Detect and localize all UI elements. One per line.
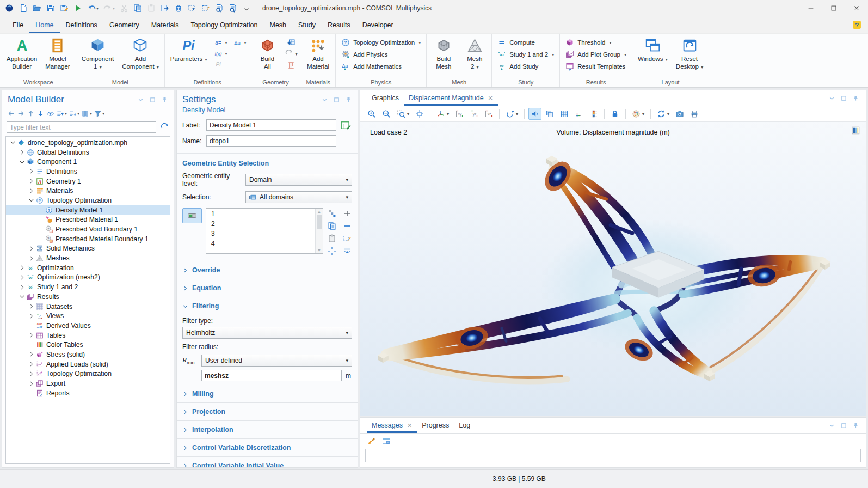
domain-list-item[interactable]: 1 — [206, 210, 315, 219]
mail-table-button[interactable] — [381, 436, 391, 446]
pin-panel-icon[interactable] — [161, 96, 168, 103]
graphics-tab-graphics[interactable]: Graphics — [367, 91, 404, 106]
menu-tab-geometry[interactable]: Geometry — [103, 17, 145, 33]
rebuild-button[interactable]: ▾ — [285, 50, 297, 58]
maximize-button[interactable] — [822, 0, 845, 16]
threshold-button[interactable]: Threshold▾ — [563, 37, 629, 48]
section-interpolation[interactable]: Interpolation — [177, 420, 358, 438]
model-manager-button[interactable]: ModelManager — [41, 35, 73, 79]
pin-panel-icon[interactable] — [852, 422, 859, 429]
sel-new-button[interactable] — [327, 209, 337, 218]
add-material-button[interactable]: AddMaterial — [303, 35, 334, 79]
new-file-button[interactable] — [17, 2, 30, 15]
domain-list-item[interactable]: 2 — [206, 219, 315, 229]
menu-tab-mesh[interactable]: Mesh — [263, 17, 292, 33]
tree-collapse-icon[interactable] — [9, 139, 16, 146]
menu-tab-home[interactable]: Home — [29, 17, 59, 33]
tree-item-geometry-1[interactable]: AGeometry 1 — [6, 176, 170, 186]
undo-button[interactable]: ▾ — [85, 2, 101, 15]
menu-tab-definitions[interactable]: Definitions — [60, 17, 103, 33]
study-1-and-2-button[interactable]: ∞Study 1 and 2▾ — [495, 49, 557, 60]
add-plot-group-button[interactable]: Add Plot Group▾ — [563, 49, 629, 60]
tree-collapse-icon[interactable] — [19, 158, 26, 166]
section-milling[interactable]: Milling — [177, 385, 358, 402]
tree-item-prescribed-material-1[interactable]: Prescribed Material 1 — [6, 215, 170, 225]
tree-item-meshes[interactable]: Meshes — [6, 253, 170, 263]
section-control-variable-discretization[interactable]: Control Variable Discretization — [177, 438, 358, 456]
goto-view-button[interactable]: ▾ — [434, 108, 451, 120]
tree-expand-icon[interactable] — [28, 178, 35, 185]
tree-expand-icon[interactable] — [28, 168, 35, 175]
tree-item-topology-optimization[interactable]: ?Topology Optimization — [6, 196, 170, 205]
nav-back-button[interactable] — [7, 109, 16, 118]
float-panel-icon[interactable] — [149, 96, 156, 103]
build-all-button[interactable]: BuildAll — [252, 35, 282, 79]
minimize-button[interactable] — [799, 0, 822, 16]
section-filtering[interactable]: Filtering — [177, 297, 358, 315]
sel-remove-button[interactable] — [342, 222, 352, 230]
float-panel-icon[interactable] — [840, 422, 847, 429]
tree-item-tables[interactable]: Tables — [6, 331, 170, 340]
refresh-icon[interactable] — [160, 123, 169, 132]
add-study-button[interactable]: ∞Add Study — [495, 61, 557, 72]
tree-item-materials[interactable]: Materials — [6, 186, 170, 196]
collapse-all-button[interactable]: ▾ — [56, 109, 67, 118]
component-1-button[interactable]: Component1 ▾ — [78, 35, 118, 79]
tree-collapse-icon[interactable] — [28, 197, 35, 204]
clear-marquee-button[interactable] — [199, 2, 212, 15]
run-button[interactable] — [71, 2, 84, 15]
graphics-canvas[interactable]: Load case 2 Volume: Displacement magnitu… — [360, 122, 866, 416]
zoom-box-button[interactable]: ▾ — [395, 108, 411, 120]
messages-tab-log[interactable]: Log — [454, 418, 475, 433]
radius-mode-dropdown[interactable]: User defined ▾ — [201, 355, 352, 367]
compute-button[interactable]: Compute — [495, 37, 557, 48]
tree-item-datasets[interactable]: Datasets — [6, 302, 170, 312]
tree-item-optimization-mesh2[interactable]: ∞Optimization (mesh2) — [6, 273, 170, 283]
tree-expand-icon[interactable] — [19, 274, 26, 281]
pin-panel-icon[interactable] — [345, 96, 352, 103]
graphics-tab-displacement-magnitude[interactable]: Displacement Magnitude✕ — [404, 91, 498, 106]
snapshot-button[interactable] — [673, 108, 686, 120]
domain-list-item[interactable]: 3 — [206, 229, 315, 239]
tree-expand-icon[interactable] — [28, 361, 35, 368]
menu-tab-materials[interactable]: Materials — [145, 17, 185, 33]
tree-item-color-tables[interactable]: Color Tables — [6, 340, 170, 350]
more-chevron-button[interactable] — [240, 2, 253, 15]
delete-button[interactable] — [172, 2, 185, 15]
tree-expand-icon[interactable] — [19, 284, 26, 291]
scroll-down-icon[interactable]: ▼ — [317, 248, 321, 252]
view-xz-button[interactable]: xz — [482, 108, 495, 120]
tree-item-stress-solid[interactable]: Stress (solid) — [6, 350, 170, 359]
add-mathematics-button[interactable]: ΔuAdd Mathematics — [338, 61, 423, 72]
duplicate-button[interactable] — [158, 2, 171, 15]
filter-type-dropdown[interactable]: Helmholtz ▾ — [182, 327, 352, 339]
open-folder-button[interactable] — [30, 2, 44, 15]
tree-item-component-1[interactable]: Component 1 — [6, 157, 170, 167]
topology-optimization-button[interactable]: ?Topology Optimization▾ — [338, 37, 423, 48]
tree-item-reports[interactable]: Reports — [6, 388, 170, 398]
view-yz-button[interactable]: yz — [467, 108, 481, 120]
float-panel-icon[interactable] — [840, 95, 847, 102]
scroll-up-icon[interactable]: ▲ — [317, 210, 321, 213]
messages-output-box[interactable] — [365, 449, 861, 462]
sel-add-button[interactable] — [342, 209, 352, 218]
sel-zoomto-button[interactable] — [327, 247, 337, 255]
tree-expand-icon[interactable] — [28, 370, 35, 377]
tree-item-derived-values[interactable]: 8.85e-12Derived Values — [6, 321, 170, 331]
tree-item-study-1-and-2[interactable]: ∞Study 1 and 2 — [6, 282, 170, 292]
paste-button[interactable] — [145, 2, 158, 15]
copy-button[interactable] — [131, 2, 144, 15]
move-down-button[interactable] — [36, 109, 45, 118]
sel-paste-button[interactable] — [327, 234, 337, 243]
show-axes-button[interactable] — [572, 108, 586, 120]
color-legend-button[interactable] — [587, 108, 600, 120]
parameters-button[interactable]: PiParameters ▾ — [167, 35, 211, 79]
tree-expand-icon[interactable] — [28, 313, 35, 320]
panel-menu-icon[interactable] — [321, 96, 328, 103]
tree-item-solid-mechanics[interactable]: Solid Mechanics — [6, 244, 170, 254]
view-xy-button[interactable]: xy — [453, 108, 466, 120]
scene-light-button[interactable] — [528, 108, 541, 120]
tree-expand-icon[interactable] — [28, 380, 35, 387]
tree-expand-icon[interactable] — [28, 187, 35, 194]
section-equation[interactable]: Equation — [177, 279, 358, 297]
